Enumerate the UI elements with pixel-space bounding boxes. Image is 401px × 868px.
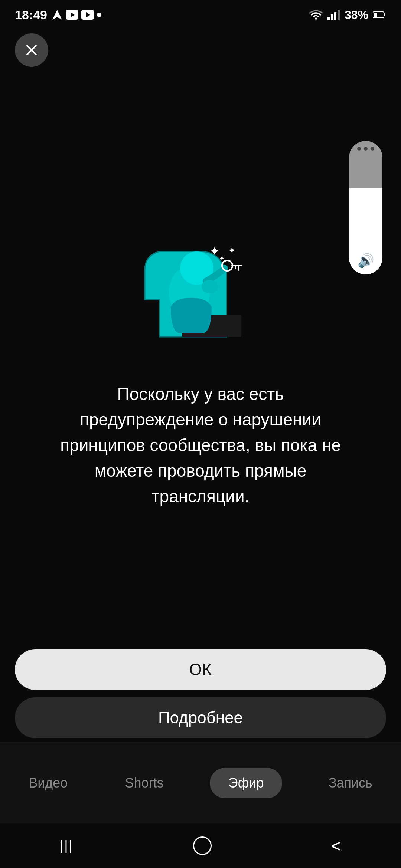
status-left: 18:49: [15, 8, 101, 22]
wifi-icon: [309, 9, 323, 20]
navigation-icon: [52, 9, 63, 20]
nav-item-video[interactable]: Видео: [17, 768, 79, 798]
svg-rect-8: [338, 10, 340, 20]
bottom-nav: Видео Shorts Эфир Запись: [0, 742, 401, 823]
svg-rect-5: [327, 17, 330, 20]
svg-rect-11: [374, 13, 377, 17]
ok-button[interactable]: ОК: [15, 649, 386, 690]
status-bar: 18:49: [0, 0, 401, 30]
svg-rect-10: [384, 13, 385, 16]
nav-item-record[interactable]: Запись: [317, 768, 384, 798]
time-display: 18:49: [15, 8, 47, 22]
nav-label-record: Запись: [329, 775, 372, 791]
back-button[interactable]: <: [331, 836, 341, 856]
signal-icon: [327, 9, 340, 20]
nav-label-video: Видео: [29, 775, 68, 791]
svg-rect-6: [331, 14, 333, 20]
nav-label-shorts: Shorts: [125, 775, 164, 791]
restriction-message: Поскольку у вас есть предупреждение о на…: [52, 381, 349, 509]
illustration-container: ✦ ✦ ✦: [137, 233, 264, 359]
status-icons: [52, 9, 101, 20]
svg-text:✦: ✦: [210, 245, 219, 257]
battery-icon: [373, 11, 386, 19]
notification-dot: [97, 13, 101, 17]
svg-text:✦: ✦: [228, 246, 235, 255]
svg-marker-0: [52, 10, 62, 20]
close-button[interactable]: [15, 33, 48, 67]
restriction-illustration: ✦ ✦ ✦: [137, 233, 264, 352]
youtube-icon2: [81, 10, 94, 20]
buttons-area: ОК Подробнее: [0, 649, 401, 738]
svg-text:✦: ✦: [219, 255, 225, 262]
more-button[interactable]: Подробнее: [15, 697, 386, 738]
nav-item-shorts[interactable]: Shorts: [114, 768, 175, 798]
recent-apps-button[interactable]: |||: [60, 838, 74, 854]
status-right: 38%: [309, 8, 386, 22]
nav-label-live: Эфир: [228, 775, 264, 791]
close-icon: [23, 42, 40, 58]
main-content: ✦ ✦ ✦ Поскольку у вас есть предупреждени…: [0, 30, 401, 742]
battery-display: 38%: [345, 8, 368, 22]
home-button[interactable]: [193, 836, 212, 855]
svg-point-25: [202, 280, 218, 293]
youtube-icon: [66, 10, 78, 20]
svg-rect-7: [334, 12, 336, 20]
system-nav: ||| <: [0, 823, 401, 868]
nav-item-live[interactable]: Эфир: [210, 768, 283, 798]
